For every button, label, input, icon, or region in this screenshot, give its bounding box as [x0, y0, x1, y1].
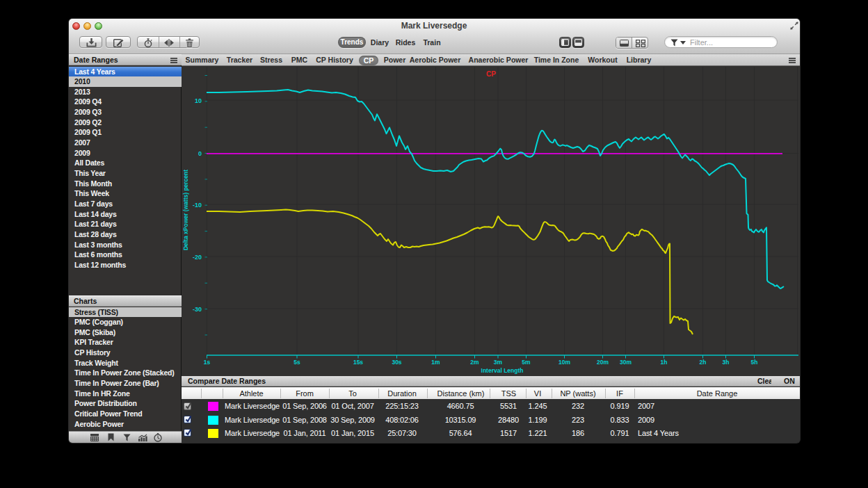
svg-text:10: 10 [195, 97, 202, 104]
svg-text:2m: 2m [470, 359, 479, 366]
svg-text:5h: 5h [751, 359, 758, 366]
svg-text:2h: 2h [700, 359, 707, 366]
svg-text:Interval Length: Interval Length [481, 367, 524, 374]
svg-text:0: 0 [198, 150, 202, 157]
svg-text:30s: 30s [392, 359, 401, 366]
svg-text:-20: -20 [193, 254, 202, 261]
svg-text:5m: 5m [522, 359, 531, 366]
svg-text:CP: CP [486, 70, 496, 78]
svg-text:-10: -10 [193, 202, 202, 209]
svg-text:3h: 3h [723, 359, 730, 366]
svg-text:20m: 20m [597, 359, 609, 366]
svg-text:1s: 1s [204, 359, 211, 366]
svg-text:Delta xPower (watts) percent: Delta xPower (watts) percent [182, 170, 189, 250]
svg-text:3m: 3m [494, 359, 503, 366]
svg-text:1m: 1m [431, 359, 440, 366]
svg-text:5s: 5s [294, 359, 300, 366]
svg-text:-30: -30 [193, 306, 202, 313]
svg-text:10m: 10m [558, 359, 570, 366]
svg-text:30m: 30m [620, 359, 632, 366]
svg-text:1h: 1h [661, 359, 668, 366]
svg-text:15s: 15s [353, 359, 363, 366]
